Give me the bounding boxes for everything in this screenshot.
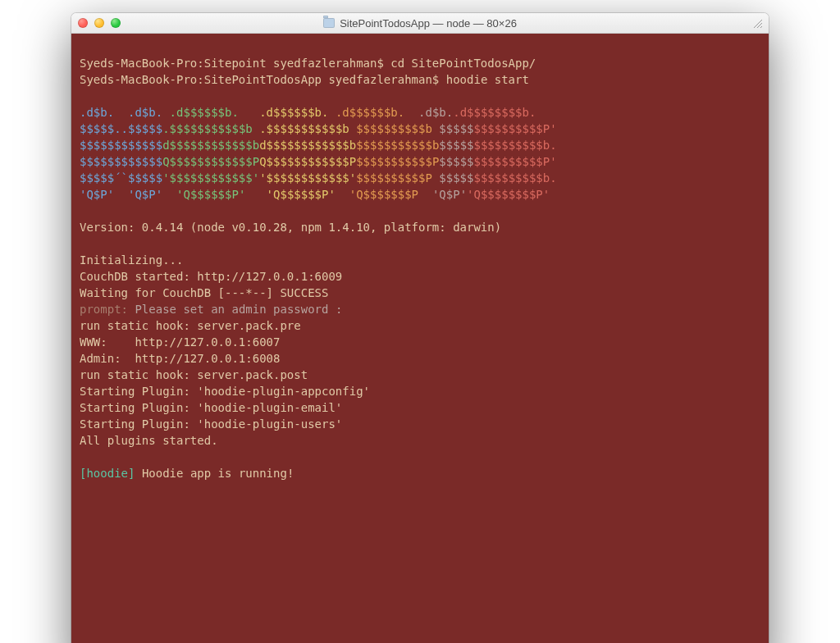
version-line: Version: 0.4.14 (node v0.10.28, npm 1.4.… — [80, 221, 501, 234]
traffic-lights — [78, 18, 121, 28]
window-title-text: SitePointTodosApp — node — 80×26 — [340, 17, 517, 30]
zoom-button[interactable] — [111, 18, 121, 28]
window-title: SitePointTodosApp — node — 80×26 — [71, 17, 769, 30]
init-line: Initializing... — [80, 253, 183, 267]
titlebar: SitePointTodosApp — node — 80×26 — [71, 13, 769, 34]
folder-icon — [323, 18, 335, 28]
terminal-window: SitePointTodosApp — node — 80×26 Syeds-M… — [71, 13, 769, 643]
www-line: WWW: http://127.0.0.1:6007 — [80, 335, 280, 349]
plugin-line-2: Starting Plugin: 'hoodie-plugin-email' — [80, 401, 342, 414]
terminal-body[interactable]: Syeds-MacBook-Pro:Sitepoint syedfazlerah… — [71, 34, 769, 643]
hook-pre-line: run static hook: server.pack.pre — [80, 319, 301, 332]
prompt-line-1: Syeds-MacBook-Pro:Sitepoint syedfazlerah… — [80, 57, 536, 70]
plugin-line-3: Starting Plugin: 'hoodie-plugin-users' — [80, 417, 342, 431]
minimize-button[interactable] — [94, 18, 104, 28]
all-started-line: All plugins started. — [80, 434, 218, 447]
hoodie-running-line: [hoodie] Hoodie app is running! — [80, 467, 294, 480]
ascii-art: .d$b. .d$b. .d$$$$$$b. .d$$$$$$b. .d$$$$… — [80, 106, 557, 201]
admin-line: Admin: http://127.0.0.1:6008 — [80, 352, 280, 365]
prompt-line: prompt: Please set an admin password : — [80, 303, 342, 316]
resize-icon[interactable] — [752, 18, 762, 28]
close-button[interactable] — [78, 18, 88, 28]
waiting-line: Waiting for CouchDB [---*--] SUCCESS — [80, 286, 328, 299]
couchdb-line: CouchDB started: http://127.0.0.1:6009 — [80, 270, 342, 283]
hook-post-line: run static hook: server.pack.post — [80, 368, 308, 381]
prompt-line-2: Syeds-MacBook-Pro:SitePointTodosApp syed… — [80, 73, 529, 86]
plugin-line-1: Starting Plugin: 'hoodie-plugin-appconfi… — [80, 385, 370, 398]
